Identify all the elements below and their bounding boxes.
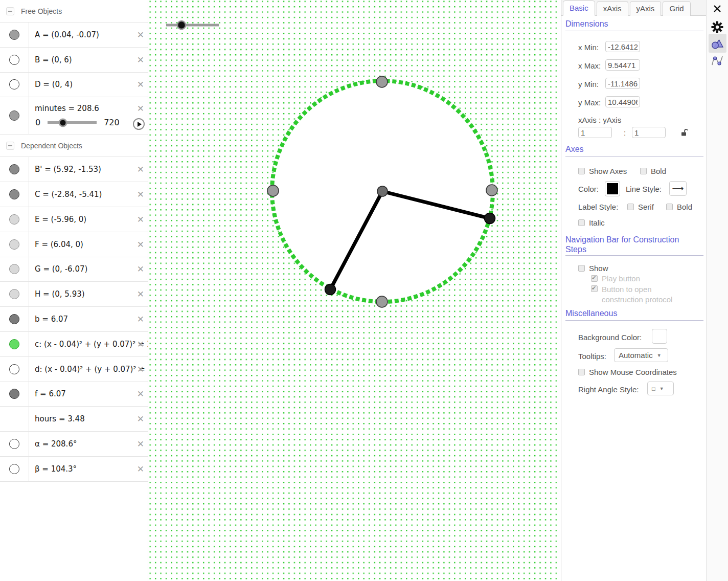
visibility-toggle[interactable] [9, 389, 19, 399]
slider-track[interactable] [48, 121, 97, 124]
tab-basic[interactable]: Basic [563, 1, 595, 16]
point-B-prime[interactable] [485, 213, 495, 224]
visibility-cell [0, 382, 29, 407]
visibility-toggle[interactable] [9, 110, 19, 121]
show-axes-checkbox[interactable] [578, 168, 585, 174]
lock-open-icon[interactable] [680, 128, 689, 137]
visibility-toggle[interactable] [9, 264, 19, 274]
object-label: b = 6.07 [29, 315, 68, 324]
objects-group-header: Dependent Objects [0, 135, 148, 157]
right-angle-dropdown[interactable]: □ ▼ [647, 382, 674, 395]
serif-checkbox[interactable] [627, 204, 634, 210]
delete-button[interactable]: ✕ [137, 440, 144, 449]
chevron-down-icon: ▼ [659, 386, 664, 391]
x-max-input[interactable] [605, 59, 640, 71]
tooltips-dropdown[interactable]: Automatic ▼ [614, 348, 668, 362]
delete-button[interactable]: ✕ [137, 265, 144, 274]
axes-color-swatch[interactable] [605, 181, 620, 196]
play-button-checkbox[interactable] [591, 275, 598, 282]
visibility-cell [0, 182, 29, 207]
background-color-swatch[interactable] [652, 329, 667, 344]
algebra-row: c: (x - 0.04)² + (y + 0.07)² = 36✕ [0, 332, 148, 357]
tab-xaxis[interactable]: xAxis [597, 1, 628, 16]
delete-button[interactable]: ✕ [137, 390, 144, 398]
delete-button[interactable]: ✕ [137, 240, 144, 249]
row-content: f = 6.07✕ [29, 382, 148, 407]
tab-yaxis[interactable]: yAxis [630, 1, 662, 16]
visibility-toggle[interactable] [9, 439, 19, 449]
visibility-toggle[interactable] [9, 314, 19, 324]
delete-button[interactable]: ✕ [137, 165, 144, 174]
italic-checkbox[interactable] [578, 219, 585, 226]
delete-button[interactable]: ✕ [137, 315, 144, 324]
delete-button[interactable]: ✕ [137, 55, 144, 64]
y-max-input[interactable] [605, 96, 640, 107]
label-bold-label: Bold [677, 203, 692, 211]
slider-min-label: 0 [35, 118, 40, 127]
y-min-input[interactable] [605, 78, 640, 89]
close-icon[interactable] [712, 4, 722, 14]
visibility-toggle[interactable] [9, 289, 19, 299]
object-label: d: (x - 0.04)² + (y + 0.07)² = 16 [29, 365, 148, 374]
collapse-icon[interactable] [6, 142, 14, 150]
protocol-checkbox[interactable] [591, 285, 598, 292]
label-bold-checkbox[interactable] [666, 204, 673, 210]
delete-button[interactable]: ✕ [137, 30, 144, 39]
delete-button[interactable]: ✕ [137, 104, 144, 113]
tab-grid[interactable]: Grid [663, 1, 690, 16]
axis-ratio-label: xAxis : yAxis [578, 116, 621, 124]
visibility-toggle[interactable] [9, 79, 19, 90]
delete-button[interactable]: ✕ [137, 290, 144, 299]
graphics-view[interactable] [148, 0, 561, 581]
point-F[interactable] [486, 185, 497, 196]
visibility-cell [0, 282, 29, 306]
visibility-toggle[interactable] [9, 364, 19, 374]
ratio-y-input[interactable] [632, 127, 666, 138]
visibility-cell [0, 407, 29, 431]
play-icon [138, 122, 142, 127]
graphics-slider-knob[interactable] [177, 21, 186, 29]
row-content: B = (0, 6)✕ [29, 48, 148, 72]
visibility-toggle[interactable] [9, 214, 19, 225]
collapse-icon[interactable] [6, 7, 14, 15]
y-min-label: y Min: [578, 80, 599, 88]
visibility-toggle[interactable] [9, 464, 19, 474]
visibility-toggle[interactable] [9, 55, 19, 65]
visibility-toggle[interactable] [9, 164, 19, 174]
row-content: hours = 3.48✕ [29, 407, 148, 431]
row-content: B' = (5.92, -1.53)✕ [29, 157, 148, 182]
navbar-show-checkbox[interactable] [578, 265, 585, 272]
point-C[interactable] [325, 284, 336, 295]
visibility-toggle[interactable] [9, 339, 19, 349]
delete-button[interactable]: ✕ [137, 464, 144, 473]
delete-button[interactable]: ✕ [137, 415, 144, 423]
graphics-properties-icon[interactable] [710, 36, 724, 51]
row-content: d: (x - 0.04)² + (y + 0.07)² = 16✕ [29, 357, 148, 382]
point-G[interactable] [376, 296, 388, 307]
construction-protocol-icon[interactable] [711, 54, 724, 67]
row-content: β = 104.3°✕ [29, 457, 148, 481]
slider-knob[interactable] [58, 118, 67, 127]
line-style-button[interactable]: ⟶ [669, 181, 687, 196]
x-min-input[interactable] [605, 41, 640, 52]
point-A-center[interactable] [377, 186, 388, 196]
mouse-coords-checkbox[interactable] [578, 369, 585, 375]
delete-button[interactable]: ✕ [137, 215, 144, 224]
slider-max-label: 720 [104, 118, 120, 127]
gear-icon[interactable] [711, 20, 724, 34]
axes-bold-checkbox[interactable] [640, 168, 647, 174]
point-H[interactable] [376, 76, 388, 87]
navbar-heading: Navigation Bar for Construction Steps [565, 235, 692, 254]
visibility-toggle[interactable] [9, 239, 19, 250]
visibility-toggle[interactable] [9, 189, 19, 199]
axes-heading: Axes [565, 145, 584, 154]
delete-button[interactable]: ✕ [137, 365, 144, 373]
play-button[interactable] [133, 118, 145, 130]
visibility-toggle[interactable] [9, 30, 19, 40]
delete-button[interactable]: ✕ [137, 340, 144, 348]
point-E[interactable] [267, 185, 279, 196]
delete-button[interactable]: ✕ [137, 190, 144, 199]
axes-bold-label: Bold [651, 167, 666, 175]
delete-button[interactable]: ✕ [137, 80, 144, 89]
ratio-x-input[interactable] [578, 127, 612, 138]
